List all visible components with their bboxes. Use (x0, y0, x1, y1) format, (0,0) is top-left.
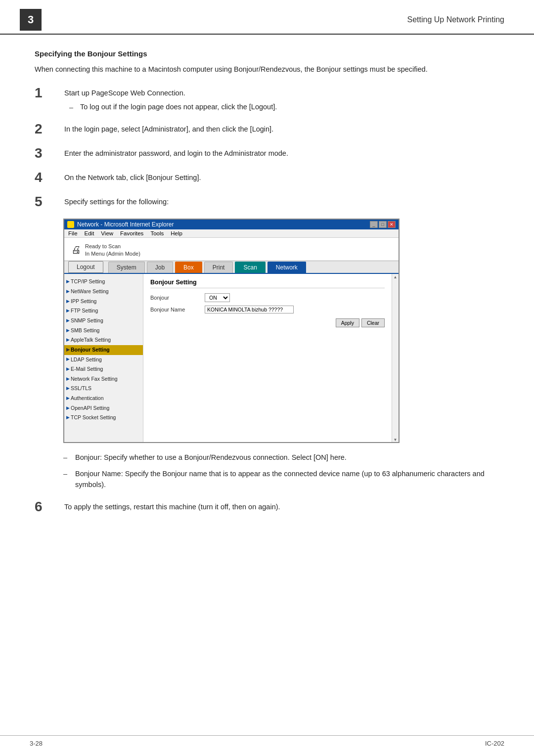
arrow-icon: ▶ (66, 396, 70, 401)
arrow-icon: ▶ (66, 279, 70, 285)
menu-edit[interactable]: Edit (85, 230, 94, 236)
bonjour-name-label: Bonjour Name (150, 307, 200, 312)
sidebar-label: TCP Socket Setting (71, 414, 116, 421)
bonjour-label: Bonjour (150, 295, 200, 301)
tab-logout[interactable]: Logout (68, 261, 103, 273)
browser-title: Network - Microsoft Internet Explorer (77, 221, 174, 228)
sidebar-item-ldap[interactable]: ▶ LDAP Setting (64, 355, 143, 365)
panel-heading: Bonjour Setting (150, 279, 385, 288)
sidebar-nav: ▶ TCP/IP Setting ▶ NetWare Setting ▶ IPP… (64, 274, 143, 442)
status-line2: In Menu (Admin Mode) (85, 250, 140, 258)
sidebar-item-ipp[interactable]: ▶ IPP Setting (64, 297, 143, 307)
steps-list: 1 Start up PageScope Web Connection. – T… (35, 86, 499, 209)
sidebar-item-netfax[interactable]: ▶ Network Fax Setting (64, 374, 143, 384)
step-4: 4 On the Network tab, click [Bonjour Set… (35, 170, 499, 185)
clear-button[interactable]: Clear (361, 318, 385, 327)
sidebar-label: IPP Setting (71, 298, 96, 305)
arrow-icon: ▶ (66, 347, 70, 353)
bullet-item-2: – Bonjour Name: Specify the Bonjour name… (63, 468, 499, 490)
sidebar-item-email[interactable]: ▶ E-Mail Setting (64, 364, 143, 374)
sidebar-label: SNMP Setting (71, 317, 103, 324)
tab-box[interactable]: Box (175, 262, 202, 273)
page-footer: 3-28 IC-202 (0, 735, 534, 747)
menu-tools[interactable]: Tools (150, 230, 164, 236)
step-1: 1 Start up PageScope Web Connection. – T… (35, 86, 499, 113)
printer-status: 🖨 Ready to Scan In Menu (Admin Mode) (64, 238, 399, 261)
chapter-badge: 3 (20, 9, 42, 31)
sidebar-item-openapi[interactable]: ▶ OpenAPI Setting (64, 403, 143, 413)
arrow-icon: ▶ (66, 386, 70, 392)
tab-job[interactable]: Job (147, 262, 173, 273)
menu-favorites[interactable]: Favorites (120, 230, 143, 236)
bullet-section: – Bonjour: Specify whether to use a Bonj… (63, 452, 499, 490)
browser-titlebar: Network - Microsoft Internet Explorer _ … (64, 220, 399, 229)
sidebar-item-bonjour[interactable]: ▶ Bonjour Setting (64, 345, 143, 355)
menu-help[interactable]: Help (171, 230, 182, 236)
sidebar-label: SMB Setting (71, 327, 99, 334)
sidebar-item-tcpsocket[interactable]: ▶ TCP Socket Setting (64, 413, 143, 423)
scroll-up-button[interactable]: ▲ (394, 275, 398, 279)
browser-titlebar-left: Network - Microsoft Internet Explorer (67, 221, 174, 228)
sidebar-item-appletalk[interactable]: ▶ AppleTalk Setting (64, 335, 143, 345)
arrow-icon: ▶ (66, 318, 70, 324)
browser-content: 🖨 Ready to Scan In Menu (Admin Mode) Log… (64, 238, 399, 443)
step-1-sub: – To log out if the login page does not … (69, 102, 499, 113)
printer-icon: 🖨 (71, 244, 81, 256)
sidebar-item-ssl[interactable]: ▶ SSL/TLS (64, 384, 143, 394)
arrow-icon: ▶ (66, 289, 70, 295)
tab-scan[interactable]: Scan (235, 262, 265, 273)
menu-file[interactable]: File (68, 230, 78, 236)
header-title: Setting Up Network Printing (407, 15, 504, 24)
tab-print[interactable]: Print (204, 262, 233, 273)
arrow-icon: ▶ (66, 328, 70, 334)
arrow-icon: ▶ (66, 415, 70, 421)
sidebar-item-tcpip[interactable]: ▶ TCP/IP Setting (64, 277, 143, 287)
nav-tabs[interactable]: Logout System Job Box Print Scan Network (64, 261, 399, 274)
minimize-button[interactable]: _ (370, 221, 378, 228)
sidebar-label: E-Mail Setting (71, 366, 103, 373)
step-3: 3 Enter the administrator password, and … (35, 146, 499, 161)
sidebar-item-smb[interactable]: ▶ SMB Setting (64, 326, 143, 336)
sidebar-item-ftp[interactable]: ▶ FTP Setting (64, 306, 143, 316)
step-2: 2 In the login page, select [Administrat… (35, 122, 499, 137)
printer-status-text: Ready to Scan In Menu (Admin Mode) (85, 243, 140, 258)
sidebar-label: OpenAPI Setting (71, 405, 109, 412)
sidebar-label: FTP Setting (71, 308, 98, 314)
step-number-6: 6 (35, 499, 64, 515)
sidebar-item-netware[interactable]: ▶ NetWare Setting (64, 287, 143, 297)
tab-network[interactable]: Network (267, 262, 306, 273)
sub-text-1: To log out if the login page does not ap… (80, 102, 277, 113)
bonjour-select[interactable]: ON OFF (205, 293, 230, 302)
step-6: 6 To apply the settings, restart this ma… (35, 499, 499, 515)
arrow-icon: ▶ (66, 356, 70, 362)
panel-content: Bonjour Setting Bonjour ON OFF Bonjour N… (143, 274, 392, 442)
arrow-icon: ▶ (66, 376, 70, 382)
step-5: 5 Specify settings for the following: (35, 194, 499, 210)
browser-icon (67, 221, 74, 228)
browser-controls[interactable]: _ □ ✕ (370, 221, 396, 228)
close-button[interactable]: ✕ (388, 221, 396, 228)
sub-dash-1: – (69, 102, 80, 113)
step-content-2: In the login page, select [Administrator… (64, 122, 499, 134)
scrollbar[interactable]: ▲ ▼ (392, 274, 399, 442)
bullet-item-1: – Bonjour: Specify whether to use a Bonj… (63, 452, 499, 463)
bullet-dash-1: – (63, 452, 75, 463)
browser-menubar: File Edit View Favorites Tools Help (64, 229, 399, 238)
arrow-icon: ▶ (66, 308, 70, 314)
scroll-down-button[interactable]: ▼ (394, 438, 398, 442)
step-content-5: Specify settings for the following: (64, 194, 499, 207)
form-actions: Apply Clear (150, 318, 385, 327)
intro-text: When connecting this machine to a Macint… (35, 64, 499, 75)
menu-view[interactable]: View (101, 230, 113, 236)
sidebar-label: LDAP Setting (71, 356, 102, 363)
tab-system[interactable]: System (108, 262, 145, 273)
sidebar-item-auth[interactable]: ▶ Authentication (64, 394, 143, 403)
sidebar-label: AppleTalk Setting (71, 337, 111, 344)
sidebar-label: TCP/IP Setting (71, 278, 105, 285)
apply-button[interactable]: Apply (336, 318, 359, 327)
sidebar-item-snmp[interactable]: ▶ SNMP Setting (64, 316, 143, 326)
bonjour-name-input[interactable] (205, 306, 294, 313)
footer-page: 3-28 (30, 740, 43, 747)
restore-button[interactable]: □ (379, 221, 387, 228)
step-number-5: 5 (35, 194, 64, 210)
